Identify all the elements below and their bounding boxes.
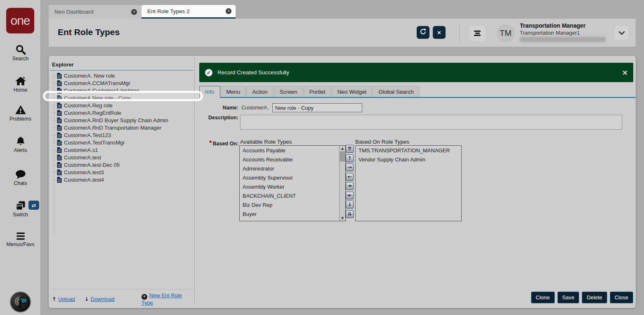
scroll-up-icon[interactable]: ▲	[340, 146, 345, 151]
explorer-tree-item[interactable]: CustomerA.RnD Transportation Manager	[52, 124, 192, 131]
user-menu-dropdown-button[interactable]	[615, 26, 628, 40]
role-type-option[interactable]: Buyer	[240, 209, 339, 218]
document-icon	[57, 80, 62, 86]
explorer-tree-item[interactable]: CustomerA.CCMATransMgr	[52, 79, 192, 87]
explorer-tree-item[interactable]: CustomerA.CustomerA.testnew	[52, 87, 192, 94]
explorer-tree-item[interactable]: CustomerA.Reg role	[52, 102, 192, 109]
content-tab[interactable]: Info	[199, 86, 220, 97]
role-type-option[interactable]: Administrator	[240, 164, 339, 173]
tree-connector	[52, 76, 56, 76]
content-tab[interactable]: Menu	[221, 86, 246, 97]
user-avatar[interactable]: TM	[496, 24, 515, 43]
scrollbar-thumb[interactable]	[340, 152, 345, 161]
content-tab[interactable]: Global Search	[373, 86, 420, 97]
move-last-icon[interactable]: ⇊	[346, 210, 354, 218]
clone-button[interactable]: Clone	[531, 291, 555, 303]
save-button[interactable]: Save	[557, 291, 580, 303]
sidebar-item-chats[interactable]: Chats	[0, 169, 41, 186]
page-header: Ent Role Types × TM Transportation Manag…	[49, 19, 636, 47]
explorer-tree-item[interactable]: CustomerA.Test123	[52, 131, 192, 139]
window-tab-ent-role-types-2[interactable]: Ent Role Types 2 ×	[142, 5, 236, 19]
explorer-tree-item[interactable]: CustomerA.New role - Copy	[52, 94, 192, 102]
role-type-option[interactable]: Accounts Payable	[240, 146, 339, 155]
tree-connector	[52, 150, 56, 150]
sidebar-item-home[interactable]: Home	[0, 75, 41, 93]
close-page-button[interactable]: ×	[433, 26, 446, 39]
content-tab[interactable]: Portlet	[304, 86, 331, 97]
sidebar-label: Chats	[0, 180, 41, 186]
role-type-option[interactable]: Assembly Worker	[240, 182, 339, 191]
explorer-tree-item[interactable]: CustomerA.test4	[52, 176, 192, 183]
transfer-arrow-icon: ⇈	[347, 146, 351, 152]
explorer-footer-divider	[50, 289, 193, 289]
explorer-tree-item[interactable]: CustomerA.s1	[52, 146, 192, 154]
move-all-right-icon[interactable]: ↠	[346, 182, 354, 190]
content-tab[interactable]: Action	[246, 86, 274, 97]
role-type-option-label: Accounts Payable	[243, 147, 285, 154]
sidebar-item-search[interactable]: Search	[0, 44, 41, 62]
required-asterisk: *	[209, 140, 212, 147]
content-tab[interactable]: Screen	[274, 86, 303, 97]
role-type-option[interactable]: Assembly Supervisor	[240, 173, 339, 182]
app-sidebar: one Search Home Problems Alerts Chats	[0, 0, 41, 315]
search-icon	[0, 44, 41, 55]
sidebar-item-problems[interactable]: Problems	[0, 104, 41, 122]
close-tab-icon[interactable]: ×	[131, 9, 137, 15]
close-tab-icon[interactable]: ×	[226, 8, 231, 14]
home-icon	[0, 75, 41, 87]
role-type-option[interactable]: Accounts Receivable	[240, 155, 339, 164]
tree-item-label: CustomerA.s1	[64, 147, 98, 153]
close-button[interactable]: Close	[610, 291, 633, 303]
switch-badge-icon[interactable]: ⇄	[28, 201, 39, 210]
upload-link[interactable]: Upload	[58, 296, 75, 302]
sidebar-label: Home	[0, 87, 41, 93]
document-icon	[57, 73, 62, 79]
role-type-option[interactable]: BACKCHAIN_CLIENT	[240, 191, 339, 200]
based-on-option[interactable]: Vendor Supply Chain Admin	[356, 155, 461, 164]
assistant-avatar[interactable]	[10, 291, 31, 313]
scroll-down-icon[interactable]: ▼	[340, 216, 345, 221]
move-right-icon[interactable]: →	[346, 163, 354, 171]
tree-connector	[52, 142, 56, 143]
new-ent-role-type-link[interactable]: New Ent Role Type	[142, 292, 182, 306]
tree-connector	[52, 180, 56, 180]
tree-connector	[52, 98, 56, 98]
move-first-icon[interactable]: ⇈	[346, 145, 354, 153]
download-link[interactable]: Download	[91, 296, 115, 302]
document-icon	[57, 132, 62, 138]
role-type-option[interactable]: Biz Dev Rep	[240, 200, 339, 209]
tree-item-label: CustomerA.CustomerA.testnew	[64, 88, 139, 94]
sidebar-label: Alerts	[0, 147, 41, 153]
based-on-role-types-listbox[interactable]: TMS.TRANSPORTATION_MANAGER Vendor Supply…	[355, 145, 462, 221]
content-tab[interactable]: Neo Widget	[332, 86, 373, 97]
explorer-tree-item[interactable]: CustomerA.test	[52, 154, 192, 161]
success-banner: ✓ Record Created Successfully ×	[199, 63, 633, 82]
listbox-scrollbar[interactable]: ▲ ▼	[339, 146, 345, 221]
explorer-tree-item[interactable]: CustomerA.RnD Buyer Supply Chain Admin	[52, 116, 192, 124]
document-icon	[57, 102, 62, 109]
sidebar-item-alerts[interactable]: Alerts	[0, 135, 41, 153]
explorer-tree-item[interactable]: CustomerA.TestTransMgr	[52, 139, 192, 146]
check-circle-icon: ✓	[205, 69, 212, 76]
description-input[interactable]	[240, 115, 622, 130]
delete-button[interactable]: Delete	[582, 291, 607, 303]
available-role-types-listbox[interactable]: Accounts Payable Accounts Receivable Adm…	[239, 145, 346, 221]
move-left-icon[interactable]: ←	[346, 173, 354, 181]
banner-close-icon[interactable]: ×	[623, 69, 627, 76]
sidebar-item-menus-favs[interactable]: Menus/Favs	[0, 231, 41, 247]
move-up-icon[interactable]: ↑	[346, 154, 354, 162]
description-label: Description:	[199, 115, 238, 130]
refresh-button[interactable]	[417, 26, 429, 39]
tree-connector	[52, 105, 56, 106]
based-on-option[interactable]: TMS.TRANSPORTATION_MANAGER	[356, 146, 461, 155]
tree-connector	[52, 113, 56, 113]
header-menu-button[interactable]	[469, 26, 485, 41]
explorer-tree-item[interactable]: CustomerA.test-Dec 05	[52, 161, 192, 168]
name-input[interactable]	[272, 103, 362, 112]
move-down-icon[interactable]: ↓	[346, 201, 354, 208]
window-tab-neo-dashboard[interactable]: Neo Dashboard ×	[49, 5, 141, 19]
explorer-tree-item[interactable]: CustomerA.RegEntRole	[52, 109, 192, 116]
explorer-tree-item[interactable]: CustomerA. New role	[52, 72, 192, 79]
move-all-left-icon[interactable]: ↞	[346, 192, 354, 199]
explorer-tree-item[interactable]: CustomerA.test3	[52, 168, 192, 176]
